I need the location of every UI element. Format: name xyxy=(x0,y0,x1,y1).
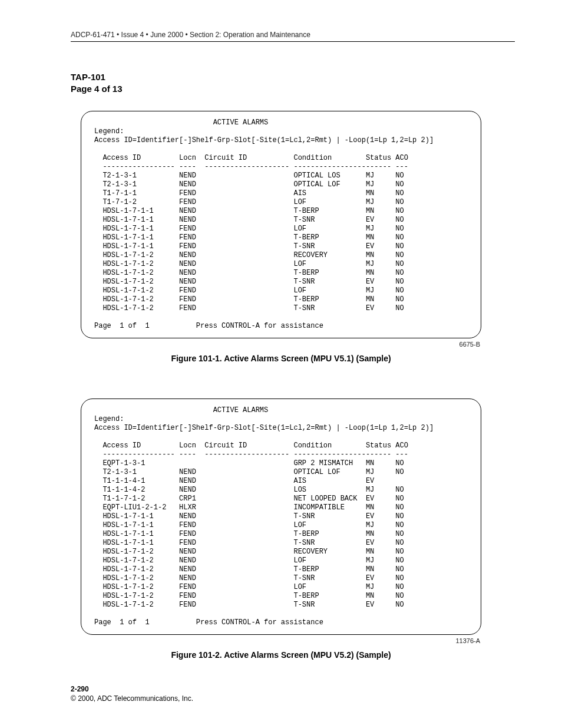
tap-id: TAP-101 xyxy=(71,71,515,83)
tap-heading: TAP-101 Page 4 of 13 xyxy=(71,71,515,95)
document-page: ADCP-61-471 • Issue 4 • June 2000 • Sect… xyxy=(0,0,562,728)
running-header: ADCP-61-471 • Issue 4 • June 2000 • Sect… xyxy=(71,31,515,42)
panel-id-1: 6675-B xyxy=(81,341,481,348)
panel-id-2: 11376-A xyxy=(81,637,481,644)
footer-copyright: © 2000, ADC Telecommunications, Inc. xyxy=(71,694,193,703)
terminal-panel-2: ACTIVE ALARMS Legend: Access ID=Identifi… xyxy=(81,398,481,635)
page-footer: 2-290 © 2000, ADC Telecommunications, In… xyxy=(71,684,193,703)
footer-page-num: 2-290 xyxy=(71,684,193,694)
tap-page-of: Page 4 of 13 xyxy=(71,83,515,95)
figure-1-wrap: ACTIVE ALARMS Legend: Access ID=Identifi… xyxy=(81,111,481,348)
figure-1-caption: Figure 101-1. Active Alarms Screen (MPU … xyxy=(47,354,515,363)
terminal-panel-1: ACTIVE ALARMS Legend: Access ID=Identifi… xyxy=(81,111,481,338)
figure-2-caption: Figure 101-2. Active Alarms Screen (MPU … xyxy=(47,650,515,660)
figure-2-wrap: ACTIVE ALARMS Legend: Access ID=Identifi… xyxy=(81,398,481,644)
